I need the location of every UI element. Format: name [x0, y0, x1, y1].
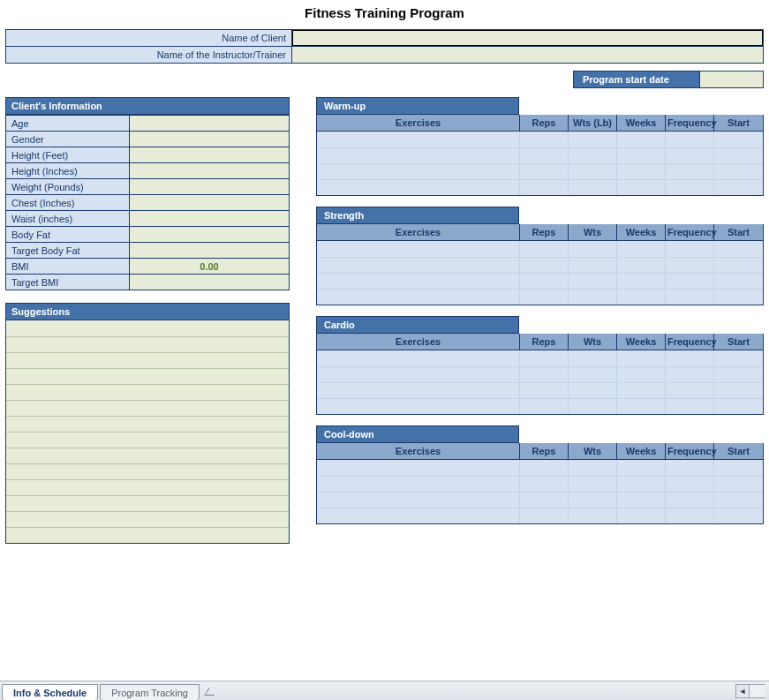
exercise-cell[interactable] — [666, 493, 714, 508]
exercise-cell[interactable] — [520, 258, 569, 273]
exercise-cell[interactable] — [617, 180, 666, 195]
client-info-value[interactable] — [130, 243, 290, 259]
exercise-cell[interactable] — [317, 477, 520, 492]
exercise-cell[interactable] — [714, 460, 763, 476]
exercise-cell[interactable] — [617, 493, 666, 508]
exercise-cell[interactable] — [317, 508, 520, 523]
client-info-value[interactable] — [130, 275, 290, 290]
exercise-cell[interactable] — [666, 164, 714, 179]
exercise-cell[interactable] — [520, 493, 569, 508]
exercise-cell[interactable] — [317, 241, 520, 257]
exercise-cell[interactable] — [714, 241, 763, 257]
exercise-cell[interactable] — [714, 180, 763, 195]
exercise-cell[interactable] — [569, 508, 617, 523]
exercise-cell[interactable] — [666, 290, 714, 305]
exercise-cell[interactable] — [617, 164, 666, 179]
exercise-cell[interactable] — [666, 258, 714, 273]
exercise-cell[interactable] — [714, 493, 763, 508]
exercise-cell[interactable] — [617, 508, 666, 523]
exercise-cell[interactable] — [569, 258, 617, 273]
exercise-cell[interactable] — [520, 477, 569, 492]
client-info-value[interactable] — [130, 116, 290, 132]
exercise-cell[interactable] — [317, 399, 520, 414]
exercise-cell[interactable] — [617, 399, 666, 414]
exercise-cell[interactable] — [569, 367, 617, 382]
tab-info-schedule[interactable]: Info & Schedule — [2, 684, 98, 700]
exercise-cell[interactable] — [520, 460, 569, 476]
exercise-cell[interactable] — [617, 241, 666, 257]
suggestion-row[interactable] — [6, 432, 289, 448]
exercise-cell[interactable] — [569, 164, 617, 179]
exercise-cell[interactable] — [317, 258, 520, 273]
exercise-cell[interactable] — [617, 367, 666, 382]
exercise-cell[interactable] — [317, 493, 520, 508]
client-info-value[interactable]: 0.00 — [130, 259, 290, 275]
exercise-cell[interactable] — [569, 148, 617, 163]
exercise-cell[interactable] — [617, 258, 666, 273]
exercise-cell[interactable] — [714, 290, 763, 305]
client-info-value[interactable] — [130, 132, 290, 147]
exercise-cell[interactable] — [666, 241, 714, 257]
exercise-cell[interactable] — [520, 274, 569, 289]
client-info-value[interactable] — [130, 147, 290, 163]
exercise-cell[interactable] — [666, 367, 714, 382]
exercise-cell[interactable] — [569, 241, 617, 257]
suggestion-row[interactable] — [6, 320, 289, 336]
exercise-cell[interactable] — [569, 399, 617, 414]
exercise-cell[interactable] — [666, 399, 714, 414]
exercise-cell[interactable] — [714, 274, 763, 289]
exercise-cell[interactable] — [317, 274, 520, 289]
suggestion-row[interactable] — [6, 352, 289, 368]
program-start-date-input[interactable] — [700, 71, 764, 88]
exercise-cell[interactable] — [666, 460, 714, 476]
exercise-cell[interactable] — [317, 383, 520, 398]
exercise-cell[interactable] — [569, 290, 617, 305]
exercise-cell[interactable] — [666, 148, 714, 163]
exercise-cell[interactable] — [714, 350, 763, 366]
exercise-cell[interactable] — [714, 477, 763, 492]
exercise-cell[interactable] — [714, 132, 763, 147]
client-info-value[interactable] — [130, 211, 290, 227]
exercise-cell[interactable] — [569, 132, 617, 147]
exercise-cell[interactable] — [666, 508, 714, 523]
exercise-cell[interactable] — [617, 132, 666, 147]
scroll-left-button[interactable]: ◄ — [735, 684, 750, 698]
exercise-cell[interactable] — [520, 180, 569, 195]
exercise-cell[interactable] — [617, 477, 666, 492]
suggestion-row[interactable] — [6, 511, 289, 527]
exercise-cell[interactable] — [569, 274, 617, 289]
exercise-cell[interactable] — [317, 164, 520, 179]
exercise-cell[interactable] — [617, 148, 666, 163]
exercise-cell[interactable] — [317, 132, 520, 147]
exercise-cell[interactable] — [714, 258, 763, 273]
exercise-cell[interactable] — [569, 350, 617, 366]
client-info-value[interactable] — [130, 163, 290, 179]
exercise-cell[interactable] — [520, 164, 569, 179]
exercise-cell[interactable] — [520, 241, 569, 257]
suggestion-row[interactable] — [6, 448, 289, 463]
exercise-cell[interactable] — [520, 383, 569, 398]
suggestion-row[interactable] — [6, 463, 289, 479]
exercise-cell[interactable] — [569, 477, 617, 492]
client-name-input[interactable] — [292, 30, 763, 46]
suggestion-row[interactable] — [6, 479, 289, 495]
exercise-cell[interactable] — [520, 290, 569, 305]
suggestion-row[interactable] — [6, 416, 289, 432]
exercise-cell[interactable] — [317, 460, 520, 476]
suggestion-row[interactable] — [6, 368, 289, 384]
exercise-cell[interactable] — [617, 290, 666, 305]
exercise-cell[interactable] — [666, 383, 714, 398]
exercise-cell[interactable] — [520, 399, 569, 414]
exercise-cell[interactable] — [666, 180, 714, 195]
exercise-cell[interactable] — [617, 350, 666, 366]
client-info-value[interactable] — [130, 227, 290, 243]
suggestion-row[interactable] — [6, 400, 289, 416]
exercise-cell[interactable] — [714, 508, 763, 523]
exercise-cell[interactable] — [714, 164, 763, 179]
client-info-value[interactable] — [130, 179, 290, 195]
suggestion-row[interactable] — [6, 336, 289, 352]
exercise-cell[interactable] — [520, 367, 569, 382]
exercise-cell[interactable] — [569, 383, 617, 398]
exercise-cell[interactable] — [666, 274, 714, 289]
trainer-name-input[interactable] — [292, 47, 763, 63]
